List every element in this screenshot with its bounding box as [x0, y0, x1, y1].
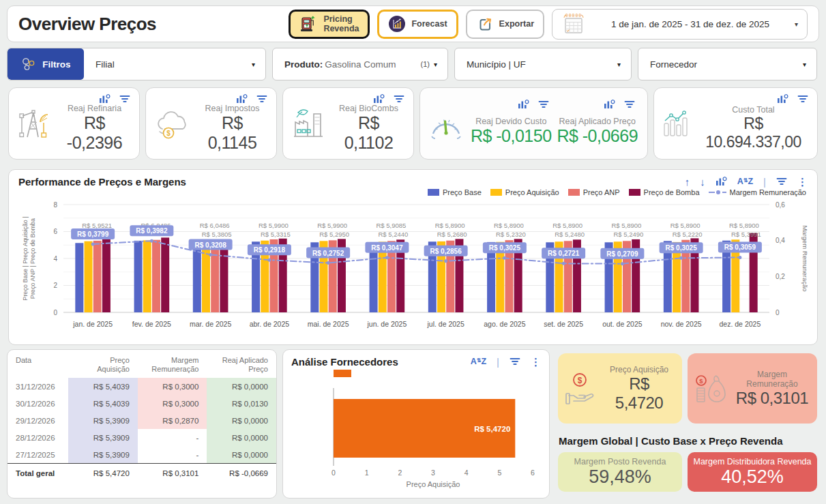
table-cell[interactable]: 31/12/2026	[8, 378, 68, 395]
legend-item[interactable]: Preço ANP	[568, 188, 620, 196]
table-cell[interactable]: 28/12/2026	[8, 429, 68, 446]
svg-text:R$ 6,0486: R$ 6,0486	[200, 222, 230, 229]
table-cell[interactable]: R$ 5,4039	[68, 395, 138, 412]
col-header-preco-aquisicao[interactable]: Preço Aquisição	[68, 351, 138, 378]
margem-distribuidora-card: Margem Distribuidora Revenda 40,52%	[688, 452, 817, 492]
bar[interactable]	[85, 241, 93, 312]
table-cell[interactable]: 29/12/2026	[8, 412, 68, 429]
card-label: Preço Aquisição	[603, 365, 675, 374]
funnel-icon[interactable]	[624, 100, 635, 109]
legend-item-line[interactable]: Margem Remuneração	[709, 188, 807, 196]
legend-item[interactable]: Preço de Bomba	[629, 188, 700, 196]
kebab-icon[interactable]: ⋮	[797, 177, 808, 187]
funnel-icon[interactable]	[510, 357, 520, 366]
table-total-cell[interactable]: R$ 5,4720	[68, 464, 138, 482]
bar[interactable]	[102, 239, 110, 312]
bar[interactable]	[370, 243, 378, 312]
fornecedor-filter[interactable]: Fornecedor ▾	[638, 48, 817, 80]
funnel-icon[interactable]	[119, 95, 130, 104]
table-cell[interactable]: R$ 0,3000	[138, 395, 207, 412]
chart-settings-icon[interactable]	[236, 94, 248, 104]
table-cell[interactable]: R$ 5,3909	[68, 412, 138, 429]
table-cell[interactable]: 27/12/2025	[8, 446, 68, 464]
produto-filter[interactable]: Produto: Gasolina Comum (1) ▾	[272, 48, 448, 80]
filial-label[interactable]: Filial	[84, 59, 115, 70]
chart-settings-icon[interactable]	[716, 177, 727, 187]
svg-text:R$ 5,3315: R$ 5,3315	[261, 231, 291, 238]
table-cell[interactable]: R$ 5,4039	[68, 378, 138, 395]
filters-row: Filtros Filial ▾ Produto: Gasolina Comum…	[7, 48, 819, 80]
bar[interactable]	[75, 243, 83, 312]
table-total-cell[interactable]: Total geral	[8, 464, 68, 482]
fornecedores-title: Análise Fornecedores	[291, 356, 398, 368]
municipio-filter[interactable]: Município | UF ▾	[454, 48, 632, 80]
table-cell[interactable]: R$ 5,3909	[68, 429, 138, 446]
table-cell[interactable]: R$ 0,0000	[207, 378, 276, 395]
kebab-icon[interactable]: ⋮	[531, 357, 541, 367]
table-cell[interactable]: R$ 0,0000	[207, 429, 276, 446]
table-cell[interactable]: -	[138, 446, 207, 464]
table-cell[interactable]: R$ 0,0000	[207, 412, 276, 429]
legend-item[interactable]: Preço Base	[428, 188, 482, 196]
svg-text:R$ 0,3982: R$ 0,3982	[136, 227, 168, 235]
chart-settings-icon[interactable]	[777, 94, 788, 104]
table-header-row: Data Preço Aquisição Margem Remuneração …	[8, 351, 276, 378]
forecast-button[interactable]: Forecast	[377, 10, 458, 39]
bar[interactable]	[134, 241, 143, 312]
bottom-right-panel: $ Preço Aquisição R$ 5,4720 $ Margem	[555, 349, 819, 499]
col-header-reaj[interactable]: Reaj Aplicado Preço	[207, 351, 276, 378]
sort-az-icon[interactable]: A⇅Z	[737, 177, 753, 186]
funnel-icon[interactable]	[797, 95, 808, 104]
arrow-down-icon[interactable]: ↓	[700, 177, 705, 187]
kpi-card-reajustes: Reaj Devido Custo R$ -0,0150 Reaj Aplica…	[419, 87, 648, 160]
table-cell[interactable]: -	[138, 429, 207, 446]
filtros-button[interactable]: Filtros	[8, 48, 84, 80]
fornecedor-legend-swatch[interactable]	[334, 370, 351, 377]
col-header-margem[interactable]: Margem Remuneração	[138, 351, 207, 378]
svg-text:jun. de 2025: jun. de 2025	[366, 320, 407, 328]
table-cell[interactable]: 30/12/2026	[8, 395, 68, 412]
bar[interactable]	[161, 237, 169, 312]
export-button[interactable]: Exportar	[466, 10, 544, 39]
svg-text:4: 4	[53, 255, 57, 263]
performance-chart-card: Performance de Preços e Margens ↑ ↓ A⇅Z …	[8, 169, 818, 345]
bar[interactable]	[220, 241, 228, 312]
table-cell[interactable]: R$ 0,0000	[207, 446, 276, 464]
chart-settings-icon[interactable]	[99, 94, 110, 104]
chevron-down-icon: ▾	[617, 61, 631, 68]
date-range-picker[interactable]: 00000 1 de jan. de 2025 - 31 de dez. de …	[552, 9, 808, 40]
chart-settings-icon[interactable]	[604, 100, 615, 110]
bar[interactable]	[193, 244, 201, 312]
bar[interactable]	[202, 240, 210, 312]
chart-settings-icon[interactable]	[373, 94, 385, 104]
bar[interactable]	[143, 240, 151, 312]
svg-text:R$ 5,2490: R$ 5,2490	[613, 231, 643, 238]
pricing-revenda-button[interactable]: Pricing Revenda	[289, 10, 370, 39]
svg-text:R$ 5,9900: R$ 5,9900	[317, 222, 347, 229]
kpi-value: R$ 0,1102	[332, 113, 405, 153]
chevron-down-icon[interactable]: ▾	[252, 61, 265, 68]
table-total-cell[interactable]: R$ -0,0669	[207, 464, 276, 482]
forecast-chart-icon	[388, 15, 406, 33]
table-cell[interactable]: R$ 0,2870	[138, 412, 207, 429]
arrow-up-icon[interactable]: ↑	[685, 177, 690, 187]
col-header-data[interactable]: Data	[8, 351, 68, 378]
funnel-icon[interactable]	[538, 100, 549, 109]
table-cell[interactable]: R$ 0,3000	[138, 378, 207, 395]
legend-item[interactable]: Preço Aquisição	[490, 188, 559, 196]
sort-az-icon[interactable]: A⇅Z	[471, 357, 486, 366]
svg-text:nov. de 2025: nov. de 2025	[661, 320, 702, 328]
funnel-icon[interactable]	[394, 95, 404, 104]
funnel-icon[interactable]	[256, 95, 267, 104]
bar[interactable]	[93, 241, 102, 312]
svg-text:R$ 5,2440: R$ 5,2440	[378, 231, 408, 238]
table-row: 27/12/2025R$ 5,3909-R$ 0,0000	[8, 446, 276, 464]
funnel-icon[interactable]	[776, 177, 787, 186]
table-cell[interactable]: R$ 0,0130	[207, 395, 276, 412]
bar[interactable]	[152, 240, 160, 312]
table-total-cell[interactable]: R$ 0,3101	[138, 464, 207, 482]
table-cell[interactable]: R$ 5,3909	[68, 446, 138, 464]
pct-label: Margem Posto Revenda	[558, 457, 682, 466]
bar[interactable]	[211, 241, 219, 312]
chart-settings-icon[interactable]	[518, 100, 529, 110]
